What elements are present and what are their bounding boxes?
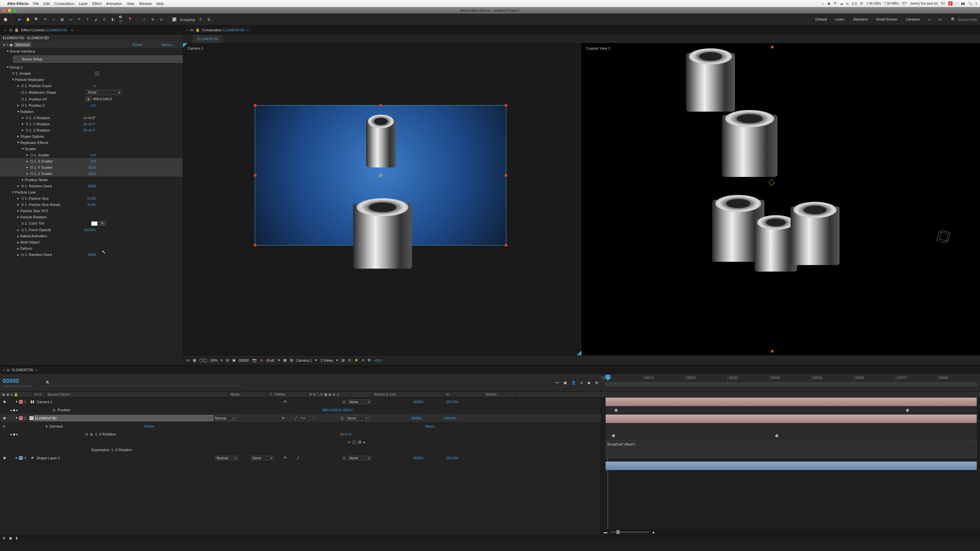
switches[interactable]: ✲	[283, 400, 342, 404]
twirl-icon[interactable]: ▸	[16, 215, 20, 219]
workspace-libraries[interactable]: Libraries	[906, 17, 920, 22]
text-tool-icon[interactable]: T	[84, 17, 91, 22]
twirl-icon[interactable]: ▾	[2, 43, 6, 47]
particle-rotation-group[interactable]: Particle Rotation	[20, 215, 47, 219]
control-center-icon[interactable]: ≡	[975, 2, 977, 5]
view-opt-icon[interactable]: ▤	[341, 358, 345, 362]
stopwatch-icon[interactable]: ◷	[25, 116, 29, 120]
exposure-value[interactable]: +0.0	[374, 359, 381, 362]
snap-opt-icon[interactable]: ⚟	[197, 17, 204, 22]
stopwatch-icon[interactable]: ◷	[25, 128, 29, 132]
clone-tool-icon[interactable]: ⌬	[102, 17, 108, 22]
stopwatch-icon[interactable]: ◷	[20, 91, 25, 95]
fx-badge-icon[interactable]: fx	[6, 43, 9, 47]
workspace-overflow-icon[interactable]: »	[928, 17, 930, 22]
expr-enable-icon[interactable]: ⊵	[90, 432, 93, 437]
flowchart-icon[interactable]: ⚙	[368, 358, 371, 362]
pen-tool-icon[interactable]: ✎	[76, 17, 82, 22]
selection-tool-icon[interactable]: ▶	[17, 17, 22, 22]
twirl-icon[interactable]: ▾	[16, 416, 18, 420]
menu-window[interactable]: Window	[139, 2, 151, 6]
stretch-value[interactable]: 100.0%	[446, 456, 469, 460]
camera-dropdown[interactable]: Camera 1	[296, 359, 312, 362]
anchor-point-icon[interactable]	[378, 173, 383, 178]
in-value[interactable]: 00000	[413, 400, 446, 404]
twirl-icon[interactable]: ▸	[25, 171, 29, 176]
about-button[interactable]: About...	[162, 43, 174, 47]
camera-tool-icon[interactable]: ▦	[59, 17, 65, 22]
traffic-min[interactable]	[8, 9, 11, 12]
trkmat-dropdown[interactable]: None	[251, 456, 274, 460]
pixel-ar-icon[interactable]: ⊡	[348, 358, 351, 362]
mode-dropdown[interactable]: Normal	[213, 416, 236, 421]
stopwatch-icon[interactable]: ◷	[52, 408, 56, 412]
zoom-slider[interactable]	[610, 531, 649, 533]
parent-dropdown[interactable]: None	[348, 456, 371, 460]
twirl-icon[interactable]: ▾	[21, 146, 25, 151]
snapshot-icon[interactable]: 📷	[252, 358, 257, 362]
twirl-icon[interactable]: ▸	[21, 116, 25, 120]
menubar-extra-icon[interactable]: ☁	[840, 2, 843, 5]
effect-name[interactable]: Element	[14, 43, 31, 47]
twirl-icon[interactable]: ▸	[16, 202, 20, 206]
x-scatter-value[interactable]: 0.0	[91, 159, 181, 163]
menu-composition[interactable]: Composition	[54, 2, 74, 6]
particle-size-value[interactable]: 10.00	[87, 197, 181, 200]
stopwatch-icon[interactable]: ◷	[11, 71, 16, 75]
stopwatch-icon[interactable]: ◷	[20, 84, 25, 88]
twirl-icon[interactable]: ▸	[16, 456, 18, 460]
viewport-camera1[interactable]: Camera 1	[183, 43, 581, 355]
transparency-icon[interactable]: ▦	[283, 358, 286, 362]
twirl-icon[interactable]: ▸	[16, 134, 20, 138]
keyframe-icon[interactable]	[614, 408, 618, 412]
twirl-icon[interactable]: ▾	[16, 140, 20, 144]
snap-opt2-icon[interactable]: ⊞	[206, 17, 212, 22]
expr-enable-icon[interactable]: ≡	[348, 440, 350, 444]
fx-enable-icon[interactable]: ▣	[10, 43, 13, 47]
col-parent[interactable]: Parent & Link	[372, 392, 444, 397]
workspace-reset-icon[interactable]: ▭	[939, 17, 942, 22]
comp-frame[interactable]	[255, 105, 506, 246]
stopwatch-icon[interactable]: ◷	[20, 97, 25, 101]
pickwhip-icon[interactable]: @	[342, 400, 346, 404]
workspace-learn[interactable]: Learn	[835, 17, 845, 22]
keyframe-icon[interactable]	[775, 434, 778, 437]
scene-setup-button[interactable]: Scene Setup	[13, 56, 183, 63]
twirl-icon[interactable]: ▾	[11, 190, 15, 194]
spotlight-icon[interactable]: 🔍	[968, 2, 972, 5]
menubar-extra-icon[interactable]: ◉	[827, 2, 830, 5]
current-timecode[interactable]: 00000	[3, 378, 42, 384]
stopwatch-icon[interactable]: ◷	[20, 103, 25, 107]
panel-menu-icon[interactable]: ▤	[9, 28, 13, 32]
stopwatch-icon[interactable]: ◷	[20, 252, 25, 257]
workspace-standard[interactable]: Standard	[853, 17, 868, 22]
twirl-icon[interactable]: ▸	[16, 228, 20, 232]
particle-replicator-group[interactable]: Particle Replicator	[15, 78, 44, 82]
panel-lock-icon[interactable]: 🔒	[14, 28, 19, 32]
stopwatch-icon[interactable]: ◷	[20, 184, 25, 188]
panel-close-icon[interactable]: ×	[3, 368, 5, 372]
reset-button[interactable]: Reset	[133, 43, 142, 47]
twirl-icon[interactable]: ▸	[16, 209, 20, 213]
in-value[interactable]: 00000	[413, 456, 446, 460]
stretch-value[interactable]: 100.0%	[444, 416, 467, 420]
visibility-toggle[interactable]: ◉	[1, 456, 8, 460]
twirl-icon[interactable]: ▸	[16, 234, 20, 238]
twirl-icon[interactable]: ▸	[21, 128, 25, 132]
multi-object-group[interactable]: Multi-Object	[20, 240, 40, 244]
twirl-icon[interactable]: ▸	[25, 165, 29, 170]
orbit-tool-icon[interactable]: ⟲	[42, 17, 48, 22]
scatter-group[interactable]: Scatter	[25, 147, 36, 151]
stopwatch-icon[interactable]: ◷	[20, 221, 25, 225]
view-axis-icon[interactable]: ⊡	[158, 17, 164, 22]
roi-icon[interactable]: ▣	[232, 358, 235, 362]
particle-size-rando-value[interactable]: 0.0%	[88, 203, 181, 206]
zoom-dropdown[interactable]: 50%	[210, 359, 218, 362]
twirl-icon[interactable]: ▾	[16, 400, 18, 404]
color-swatch[interactable]	[91, 221, 98, 226]
tab-menu-icon[interactable]: ≡	[71, 28, 73, 32]
col-stretch[interactable]: Stretch	[484, 392, 516, 397]
expression-field[interactable]: loopOut("offset")	[606, 440, 977, 458]
render-time-icon[interactable]: ⧗	[15, 536, 18, 540]
layer-row[interactable]: ◉ ▾ 1 ▮▮ Camera 1 ✲ @ None 00000 100.0%	[0, 398, 601, 406]
